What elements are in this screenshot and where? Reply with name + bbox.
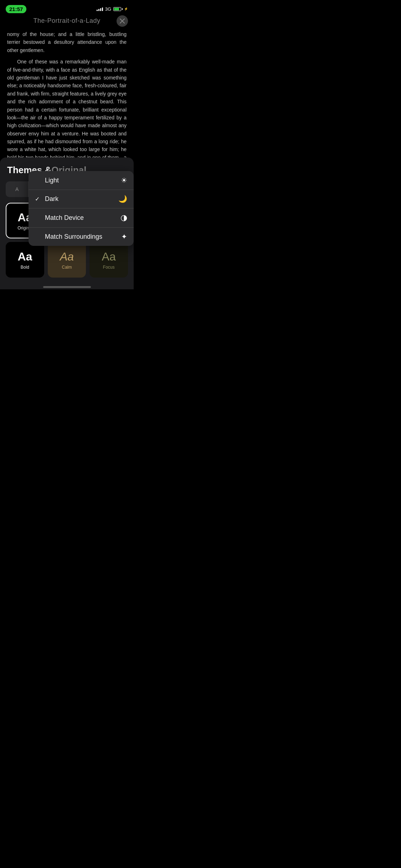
- bold-name: Bold: [21, 265, 29, 270]
- close-button[interactable]: [117, 15, 128, 27]
- battery-level: ⚡: [124, 7, 128, 11]
- book-header: The-Portrait-of-a-Lady: [0, 16, 134, 27]
- brightness-icon: ✦: [121, 232, 127, 241]
- calm-aa: Aa: [60, 250, 74, 263]
- signal-bars: [97, 7, 103, 11]
- network-label: 3G: [105, 6, 111, 12]
- focus-name: Focus: [103, 265, 115, 270]
- dark-label: Dark: [45, 195, 58, 203]
- dropdown-item-match-surroundings[interactable]: Match Surroundings ✦: [29, 227, 134, 246]
- dropdown-item-match-device[interactable]: Match Device ◑: [29, 208, 134, 227]
- moon-icon: 🌙: [118, 195, 127, 203]
- half-circle-icon: ◑: [120, 213, 127, 222]
- battery-icon: ⚡: [113, 7, 128, 11]
- match-surroundings-label: Match Surroundings: [45, 233, 102, 241]
- light-label: Light: [45, 177, 59, 184]
- theme-dropdown: Light ☀ ✓ Dark 🌙 Match Device ◑ Match Su…: [29, 171, 134, 246]
- dark-checkmark: ✓: [35, 196, 41, 202]
- sun-icon: ☀: [121, 176, 127, 185]
- bold-aa: Aa: [17, 250, 32, 263]
- theme-card-focus[interactable]: Aa Focus: [89, 242, 128, 278]
- home-bar: [43, 286, 91, 288]
- theme-card-calm[interactable]: Aa Calm: [48, 242, 86, 278]
- home-indicator: [0, 283, 134, 289]
- focus-aa: Aa: [102, 250, 116, 263]
- status-bar: 21:57 3G ⚡: [0, 0, 134, 16]
- dropdown-item-light[interactable]: Light ☀: [29, 171, 134, 190]
- para1: nomy of the house; and a little bristlin…: [7, 30, 127, 54]
- status-right: 3G ⚡: [97, 6, 128, 12]
- match-device-label: Match Device: [45, 214, 84, 222]
- dropdown-item-dark[interactable]: ✓ Dark 🌙: [29, 190, 134, 208]
- small-a-label: A: [15, 186, 19, 192]
- status-time: 21:57: [6, 5, 26, 13]
- theme-card-bold[interactable]: Aa Bold: [6, 242, 44, 278]
- calm-name: Calm: [62, 265, 72, 270]
- book-title: The-Portrait-of-a-Lady: [33, 17, 100, 25]
- small-font-button[interactable]: A: [6, 181, 29, 197]
